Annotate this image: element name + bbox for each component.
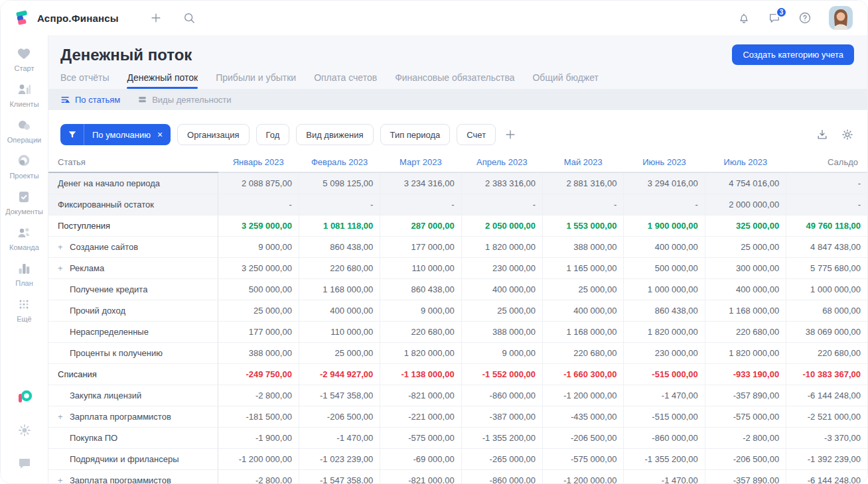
search-button[interactable]: [182, 11, 196, 25]
column-header-month[interactable]: Май 2023: [543, 152, 624, 172]
tab-active[interactable]: Денежный поток: [127, 72, 198, 89]
cell-value: 1 081 118,00: [299, 215, 380, 236]
cell-value: 1 553 000,00: [543, 215, 624, 236]
export-button[interactable]: [816, 128, 829, 141]
cell-value: 1 165 000,00: [543, 257, 624, 278]
messages-button[interactable]: 3: [768, 11, 781, 25]
row-label[interactable]: Прочий доход: [48, 300, 218, 321]
tab-report[interactable]: Общий бюджет: [532, 72, 598, 89]
subtab-activity-types[interactable]: Виды деятельности: [137, 95, 231, 105]
active-filter-chip[interactable]: По умолчанию ×: [60, 124, 171, 145]
table-row: +Создание сайтов9 000,00860 438,00177 00…: [48, 236, 867, 257]
column-header-month[interactable]: Апрель 2023: [461, 152, 542, 172]
row-label[interactable]: +Создание сайтов: [48, 236, 218, 257]
row-label[interactable]: Подрядчики и фрилансеры: [48, 448, 218, 469]
cell-value: -69 000,00: [380, 448, 461, 469]
cell-value: -1 660 300,00: [543, 363, 624, 385]
tab-report[interactable]: Финансовые обязательства: [395, 72, 514, 89]
help-button[interactable]: [798, 11, 812, 25]
row-label[interactable]: Проценты к получению: [48, 342, 218, 363]
filter-chip[interactable]: Вид движения: [296, 124, 373, 145]
sidebar-item-plan[interactable]: План: [5, 261, 43, 287]
row-label[interactable]: +Зарплата программистов: [48, 469, 218, 483]
cell-value: 3 250 000,00: [218, 257, 299, 278]
cell-value: -575 000,00: [543, 448, 624, 469]
add-filter-button[interactable]: [504, 128, 517, 141]
row-label[interactable]: Поступления: [48, 215, 218, 236]
cell-value: 177 000,00: [218, 321, 299, 342]
subtab-by-articles[interactable]: По статьям: [60, 95, 120, 105]
filter-chip[interactable]: Счет: [457, 124, 496, 145]
sidebar-nav: Старт Клиенты Операции Проекты Документы…: [5, 46, 43, 332]
cell-value: -6 144 248,00: [786, 385, 867, 406]
row-label[interactable]: +Реклама: [48, 257, 218, 278]
cell-value: 230 000,00: [461, 257, 542, 278]
main-area: Денежный поток Создать категорию учета В…: [48, 35, 867, 483]
cell-value: 388 000,00: [543, 236, 624, 257]
filter-chip[interactable]: Год: [256, 124, 290, 145]
sidebar-item-label: Ещё: [17, 315, 32, 323]
row-label[interactable]: Получение кредита: [48, 278, 218, 300]
help-icon: [798, 11, 812, 25]
row-label[interactable]: Списания: [48, 363, 218, 385]
sidebar-item-operations[interactable]: Операции: [5, 117, 43, 144]
start-icon: [16, 46, 32, 62]
user-avatar[interactable]: [829, 6, 853, 30]
expand-row-icon[interactable]: +: [58, 242, 70, 252]
cell-value: 860 438,00: [380, 278, 461, 300]
sidebar-item-clients[interactable]: Клиенты: [5, 82, 43, 108]
tab-report[interactable]: Оплата счетов: [314, 72, 377, 89]
clients-icon: [16, 82, 32, 97]
sidebar-item-label: Проекты: [9, 172, 38, 180]
filter-chip[interactable]: Организация: [177, 124, 249, 145]
sidebar-item-more[interactable]: Ещё: [5, 296, 43, 323]
tab-report[interactable]: Все отчёты: [60, 72, 109, 89]
row-label[interactable]: Денег на начало периода: [48, 172, 218, 194]
create-category-button[interactable]: Создать категорию учета: [732, 44, 854, 65]
cell-value: 500 000,00: [218, 278, 299, 300]
table-row: Закупка лицензий-2 800,00-1 547 358,00-8…: [48, 385, 867, 406]
filter-chip[interactable]: Тип периода: [380, 124, 451, 145]
expand-row-icon[interactable]: +: [58, 263, 70, 273]
column-header-month[interactable]: Март 2023: [380, 152, 461, 172]
cell-value: -1 200 000,00: [543, 385, 624, 406]
clear-filter-icon[interactable]: ×: [156, 129, 171, 140]
settings-icon[interactable]: [17, 422, 33, 441]
aspro-color-logo-icon[interactable]: [17, 389, 33, 408]
sidebar-item-documents[interactable]: Документы: [5, 189, 43, 215]
sidebar-item-projects[interactable]: Проекты: [5, 153, 43, 180]
cell-value: -387 000,00: [461, 406, 542, 427]
cell-value: -: [786, 194, 867, 215]
sidebar-item-start[interactable]: Старт: [5, 46, 43, 72]
row-label[interactable]: Нераспределенные: [48, 321, 218, 342]
support-chat-icon[interactable]: [17, 455, 33, 474]
column-header-month[interactable]: Февраль 2023: [299, 152, 380, 172]
sidebar-item-team[interactable]: Команда: [5, 225, 43, 251]
cell-value: -515 000,00: [624, 406, 705, 427]
cell-value: -821 000,00: [380, 469, 461, 483]
column-header-month[interactable]: Июнь 2023: [624, 152, 705, 172]
messages-badge: 3: [776, 7, 787, 18]
row-label[interactable]: Покупка ПО: [48, 427, 218, 448]
gear-icon: [841, 128, 854, 141]
cell-value: -6 144 248,00: [786, 469, 867, 483]
more-icon: [16, 296, 32, 312]
row-label[interactable]: +Зарплата программистов: [48, 406, 218, 427]
expand-row-icon[interactable]: +: [58, 475, 70, 484]
row-label[interactable]: Закупка лицензий: [48, 385, 218, 406]
by-articles-icon: [60, 95, 70, 105]
search-icon: [182, 11, 196, 25]
funnel-icon: [60, 124, 84, 145]
create-new-button[interactable]: [149, 11, 163, 25]
tab-report[interactable]: Прибыли и убытки: [216, 72, 296, 89]
cell-value: -1 900,00: [218, 427, 299, 448]
row-label[interactable]: Фиксированный остаток: [48, 194, 218, 215]
brand: Аспро.Финансы: [14, 9, 119, 27]
table-settings-button[interactable]: [841, 128, 854, 141]
sidebar-item-label: Команда: [9, 243, 39, 251]
table-row: Проценты к получению388 000,0025 000,001…: [48, 342, 867, 363]
expand-row-icon[interactable]: +: [58, 412, 70, 422]
notifications-button[interactable]: [737, 11, 751, 25]
column-header-month[interactable]: Июль 2023: [705, 152, 786, 172]
column-header-month[interactable]: Январь 2023: [218, 152, 299, 172]
